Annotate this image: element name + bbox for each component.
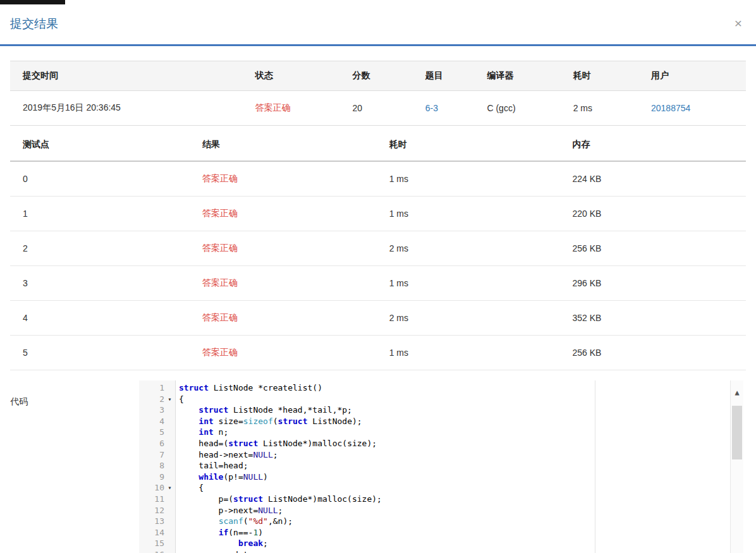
column-header: 结果 [190,129,377,161]
testcase-row: 3答案正确1 ms296 KB [10,266,746,301]
gutter-line: 12 [139,505,175,516]
fold-spacer [164,471,175,483]
table-cell: 答案正确 [243,91,340,126]
code-line: break; [179,538,743,549]
gutter-line: 3 [139,404,175,416]
table-cell: 答案正确 [190,197,377,231]
user-link[interactable]: 20188754 [651,103,690,113]
table-cell: 224 KB [559,161,746,197]
gutter-line: 13 [139,516,175,527]
testcase-row: 4答案正确2 ms352 KB [10,301,746,336]
line-number: 16 [139,549,164,553]
modal-title: 提交结果 [10,16,58,32]
fold-spacer [164,460,175,471]
line-number: 12 [139,505,164,516]
scroll-up-icon[interactable]: ▲ [731,380,743,404]
code-line: struct ListNode *head,*tail,*p; [179,404,743,416]
testcase-table: 测试点结果耗时内存 0答案正确1 ms224 KB1答案正确1 ms220 KB… [10,129,746,370]
submission-table-header-row: 提交时间状态分数题目编译器耗时用户 [10,61,746,91]
column-header: 状态 [243,61,340,91]
table-cell: C (gcc) [474,91,560,126]
status-text: 答案正确 [202,347,238,357]
fold-spacer [164,382,175,394]
code-line: scanf("%d",&n); [179,516,743,527]
line-number: 11 [139,494,164,505]
submission-table-body: 2019年5月16日 20:36:45答案正确206-3C (gcc)2 ms2… [10,91,746,126]
fold-spacer [164,427,175,438]
table-cell: 答案正确 [190,336,377,370]
code-lines: struct ListNode *createlist(){ struct Li… [176,380,743,553]
modal-body: 提交时间状态分数题目编译器耗时用户 2019年5月16日 20:36:45答案正… [10,46,746,370]
code-section: 代码 12▾345678910▾111213141516 struct List… [10,380,743,553]
table-cell: 5 [10,336,190,370]
column-header: 提交时间 [10,61,243,91]
status-text: 答案正确 [202,173,238,183]
code-line: p->next=NULL; [179,505,743,516]
table-cell: 答案正确 [190,161,377,197]
line-number: 1 [139,382,164,394]
table-cell: 答案正确 [190,231,377,266]
editor-divider [595,380,595,553]
code-gutter: 12▾345678910▾111213141516 [139,380,176,553]
fold-spacer [164,449,175,461]
table-cell: 3 [10,266,190,301]
scrollbar-thumb[interactable] [732,406,742,459]
gutter-line: 5 [139,427,175,438]
table-cell: 答案正确 [190,266,377,301]
column-header: 内存 [559,129,746,161]
fold-arrow-icon[interactable]: ▾ [164,394,175,405]
code-line: head=(struct ListNode*)malloc(size); [179,438,743,449]
code-line: struct ListNode *createlist() [179,382,743,394]
table-cell: 1 [10,197,190,231]
testcase-row: 5答案正确1 ms256 KB [10,336,746,370]
fold-arrow-icon[interactable]: ▾ [164,482,175,494]
line-number: 13 [139,516,164,527]
line-number: 7 [139,449,164,461]
table-cell: 0 [10,161,190,197]
table-cell: 256 KB [559,336,746,370]
fold-spacer [164,416,175,427]
table-cell: 1 ms [377,336,560,370]
table-cell: 4 [10,301,190,336]
gutter-line: 8 [139,460,175,471]
testcase-row: 2答案正确2 ms256 KB [10,231,746,266]
gutter-line: 7 [139,449,175,461]
line-number: 8 [139,460,164,471]
code-line: { [179,394,743,405]
status-text: 答案正确 [255,102,291,112]
fold-spacer [164,505,175,516]
gutter-line: 16 [139,549,175,553]
table-cell: 2 ms [377,231,560,266]
code-line: if(n==-1) [179,527,743,538]
table-cell: 1 ms [377,197,560,231]
table-cell: 答案正确 [190,301,377,336]
gutter-line: 15 [139,538,175,549]
table-cell: 2 ms [561,91,638,126]
column-header: 耗时 [377,129,560,161]
line-number: 4 [139,416,164,427]
gutter-line: 10▾ [139,482,175,494]
submission-table: 提交时间状态分数题目编译器耗时用户 2019年5月16日 20:36:45答案正… [10,61,746,126]
table-cell: 2 [10,231,190,266]
testcase-table-body: 0答案正确1 ms224 KB1答案正确1 ms220 KB2答案正确2 ms2… [10,161,746,370]
code-editor[interactable]: 12▾345678910▾111213141516 struct ListNod… [139,380,743,553]
problem-link[interactable]: 6-3 [425,103,438,113]
status-text: 答案正确 [202,277,238,288]
close-icon[interactable]: × [731,15,746,31]
table-cell: 1 ms [377,266,560,301]
column-header: 题目 [413,61,475,91]
gutter-line: 14 [139,527,175,538]
gutter-line: 11 [139,494,175,505]
column-header: 编译器 [474,61,560,91]
column-header: 分数 [339,61,412,91]
status-text: 答案正确 [202,312,238,322]
code-line: while(p!=NULL) [179,471,743,483]
code-line: p=(struct ListNode*)malloc(size); [179,494,743,505]
fold-spacer [164,438,175,449]
table-cell: 256 KB [559,231,746,266]
gutter-line: 6 [139,438,175,449]
gutter-line: 1 [139,382,175,394]
line-number: 15 [139,538,164,549]
editor-scrollbar[interactable]: ▲ [730,380,743,553]
table-cell: 352 KB [559,301,746,336]
